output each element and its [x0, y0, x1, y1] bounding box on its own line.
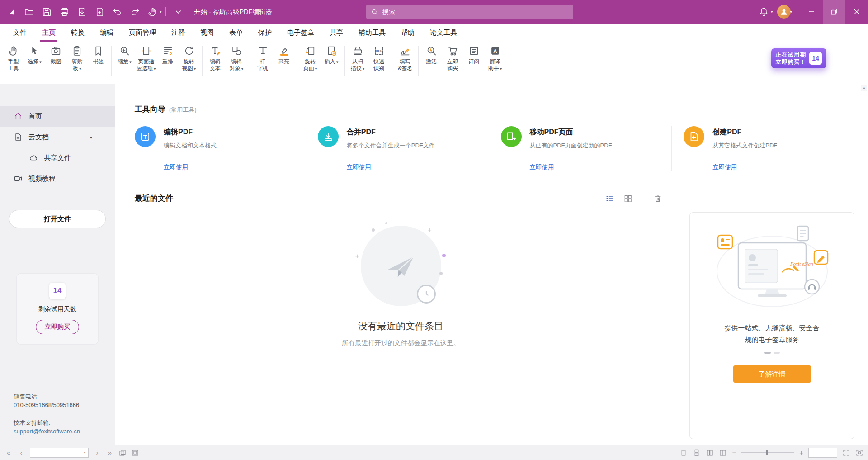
next-page-button[interactable]: ›	[93, 449, 101, 456]
zoom-level-input[interactable]	[809, 448, 837, 457]
close-button[interactable]	[845, 0, 868, 24]
page-number-box[interactable]: ▾	[30, 448, 89, 458]
search-input[interactable]	[382, 8, 569, 15]
menu-help[interactable]: 帮助	[393, 24, 422, 42]
ribbon-quick-ocr[interactable]: OCR快速识别	[368, 44, 390, 73]
prev-page-button[interactable]: ‹	[17, 449, 25, 456]
undo-icon[interactable]	[112, 7, 123, 17]
restore-button[interactable]	[823, 0, 845, 24]
snapshot-view-icon[interactable]	[118, 449, 127, 457]
sidebar-item-home[interactable]: 首页	[0, 106, 115, 127]
redo-icon[interactable]	[130, 7, 140, 17]
fit-screen-icon[interactable]	[842, 449, 850, 457]
grid-view-icon[interactable]	[623, 194, 632, 203]
menu-home[interactable]: 主页	[34, 24, 63, 42]
sidebar-item-shared-files[interactable]: 共享文件	[0, 147, 115, 168]
trial-badge[interactable]: 正在试用期 立即购买！ 14	[771, 48, 827, 68]
menu-form[interactable]: 表单	[222, 24, 250, 42]
menu-esign[interactable]: 电子签章	[279, 24, 322, 42]
continuous-view-icon[interactable]	[693, 449, 701, 457]
page-number-input[interactable]	[30, 450, 81, 456]
sidebar-item-cloud-docs[interactable]: 云文档▾	[0, 127, 115, 147]
list-view-icon[interactable]	[605, 194, 614, 203]
ribbon-buy-now[interactable]: 立即购买	[442, 44, 463, 73]
last-page-button[interactable]: »	[106, 449, 114, 456]
notifications-icon[interactable]	[759, 7, 769, 17]
account-dropdown-arrow[interactable]: ▾	[790, 9, 792, 14]
clipboard-view-icon[interactable]	[131, 449, 139, 457]
use-now-link-merge-pdf[interactable]: 立即使用	[347, 163, 371, 171]
fullscreen-icon[interactable]	[855, 449, 863, 457]
scrollbar-up-arrow[interactable]: ▲	[861, 85, 867, 91]
ribbon-edit-object[interactable]: 编辑对象▾	[226, 44, 247, 74]
carousel-dot[interactable]	[774, 352, 780, 354]
menu-accessibility[interactable]: 辅助工具	[351, 24, 393, 42]
create-pdf-icon[interactable]	[94, 7, 105, 17]
ribbon-translate[interactable]: A翻译助手▾	[485, 44, 506, 74]
export-pdf-icon[interactable]	[77, 7, 87, 17]
ribbon-select[interactable]: 选择▾	[24, 44, 45, 67]
ribbon-edit-text[interactable]: 编辑文本	[205, 44, 226, 73]
zoom-level-box[interactable]	[808, 448, 837, 458]
buy-now-button[interactable]: 立即购买	[36, 320, 79, 334]
facing-view-icon[interactable]	[706, 449, 714, 457]
book-view-icon[interactable]	[719, 449, 727, 457]
zoom-slider[interactable]	[741, 452, 794, 453]
ribbon-hand-tool[interactable]: 手型工具	[3, 44, 24, 73]
menu-edit[interactable]: 编辑	[92, 24, 121, 42]
clear-recent-icon[interactable]	[653, 194, 662, 203]
ribbon-fill-sign[interactable]: 填写&签名	[395, 44, 416, 73]
menu-paper-tools[interactable]: 论文工具	[422, 24, 465, 42]
zoom-in-button[interactable]: +	[799, 449, 803, 456]
open-file-icon[interactable]	[24, 7, 34, 17]
menu-comment[interactable]: 注释	[164, 24, 193, 42]
search-box[interactable]	[366, 5, 573, 19]
hand-mode-dropdown-arrow[interactable]: ▾	[160, 9, 162, 14]
avatar[interactable]	[777, 5, 791, 19]
use-now-link-move-pdf[interactable]: 立即使用	[530, 163, 554, 171]
carousel-dot[interactable]	[764, 352, 771, 354]
learn-more-button[interactable]: 了解详情	[733, 365, 811, 383]
ribbon-reflow[interactable]: 重排	[157, 44, 179, 66]
first-page-button[interactable]: «	[5, 449, 13, 456]
ribbon-snapshot[interactable]: 截图	[45, 44, 66, 66]
print-icon[interactable]	[59, 7, 70, 17]
customize-toolbar-icon[interactable]	[173, 7, 184, 17]
single-page-view-icon[interactable]	[679, 449, 688, 457]
ribbon-bookmark[interactable]: 书签	[88, 44, 109, 66]
ribbon-zoom[interactable]: 缩放▾	[114, 44, 135, 67]
open-file-button[interactable]: 打开文件	[9, 210, 106, 228]
use-now-link-create-pdf[interactable]: 立即使用	[712, 163, 737, 171]
notifications-dropdown-arrow[interactable]: ▾	[771, 9, 773, 14]
ribbon-group: 编辑文本编辑对象▾	[205, 44, 247, 74]
ribbon-typewriter[interactable]: 打字机	[252, 44, 274, 73]
ribbon-activate[interactable]: 激活	[421, 44, 442, 66]
ribbon-from-scanner[interactable]: 从扫描仪▾	[347, 44, 368, 74]
page-dropdown-arrow[interactable]: ▾	[81, 451, 88, 455]
hand-mode-icon[interactable]	[147, 7, 158, 17]
zoom-out-button[interactable]: −	[732, 449, 736, 456]
contact-info: 销售电话: 010-50951668/50951666 技术支持邮箱: supp…	[0, 392, 115, 445]
sidebar-item-video-tutorials[interactable]: 视频教程	[0, 168, 115, 189]
expand-arrow-icon[interactable]: ▾	[90, 135, 92, 140]
menu-view[interactable]: 视图	[193, 24, 222, 42]
menu-protect[interactable]: 保护	[250, 24, 279, 42]
menu-page-manage[interactable]: 页面管理	[121, 24, 164, 42]
menu-share[interactable]: 共享	[322, 24, 351, 42]
ribbon-rotate-pages[interactable]: 旋转页面▾	[300, 44, 321, 74]
use-now-link-edit-pdf[interactable]: 立即使用	[164, 163, 188, 171]
minimize-button[interactable]	[800, 0, 823, 24]
menu-convert[interactable]: 转换	[63, 24, 92, 42]
ribbon-subscribe[interactable]: 订阅	[463, 44, 485, 66]
support-email-link[interactable]: support@foxitsoftware.cn	[14, 427, 110, 436]
zoom-slider-thumb[interactable]	[766, 450, 768, 455]
ribbon-insert-pages[interactable]: 插入▾	[321, 44, 342, 67]
carousel-dots[interactable]	[764, 352, 780, 354]
ribbon-label: 订阅	[468, 58, 479, 65]
ribbon-fit-options[interactable]: 页面适应选项▾	[135, 44, 157, 74]
ribbon-highlight[interactable]: 高亮	[274, 44, 295, 66]
ribbon-clipboard[interactable]: 剪贴板▾	[66, 44, 88, 74]
menu-file[interactable]: 文件	[5, 24, 34, 42]
save-icon[interactable]	[42, 7, 52, 17]
ribbon-rotate-view[interactable]: 旋转视图▾	[179, 44, 200, 74]
